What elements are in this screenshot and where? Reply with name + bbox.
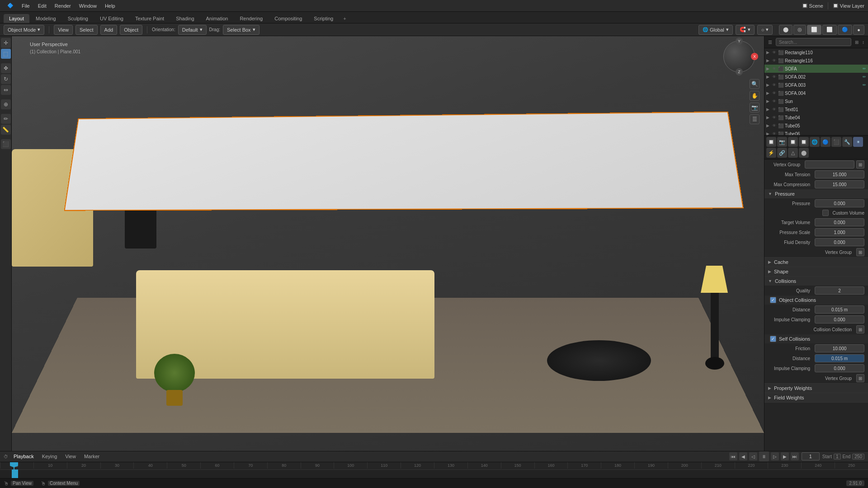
oc-impulse-value[interactable]: 0.000 [815, 315, 864, 324]
jump-end-button[interactable]: ⏭ [791, 452, 799, 460]
object-collisions-header[interactable]: Object Collisions [764, 296, 868, 305]
overlay-button[interactable]: ⬤ [779, 25, 793, 35]
play-button[interactable]: ▷ [771, 452, 779, 460]
outliner-item[interactable]: ▶ 👁 ⬛ SOFA.003 ✏ [764, 81, 868, 89]
scene-data-props-icon[interactable]: 🌐 [810, 137, 820, 147]
object-list-icon[interactable]: ☰ [750, 114, 760, 124]
shape-section-header[interactable]: ▶ Shape [764, 267, 868, 276]
tab-modeling[interactable]: Modeling [30, 14, 61, 23]
select-box-dropdown[interactable]: Select Box ▾ [223, 25, 259, 35]
blender-logo-button[interactable]: 🔷 [4, 1, 17, 10]
self-collisions-header[interactable]: Self Collisions [764, 334, 868, 343]
max-compression-value[interactable]: 15.000 [815, 180, 864, 188]
render-props-icon[interactable]: 📷 [777, 137, 787, 147]
timeline-ruler[interactable]: 1102030405060708090100110120130140150160… [0, 462, 868, 478]
stop-play-button[interactable]: ⏸ [759, 451, 769, 461]
cursor-tool[interactable]: ✛ [1, 38, 11, 48]
transform-tool[interactable]: ⊕ [1, 99, 11, 109]
oc-collection-icon[interactable]: ⊞ [856, 325, 864, 333]
timeline-tab-keying[interactable]: Keying [39, 453, 60, 460]
material-props-icon[interactable]: ⬤ [799, 148, 809, 158]
pressure-value[interactable]: 0.000 [815, 199, 864, 207]
vertex-group-icon-btn[interactable]: ⊞ [856, 160, 864, 169]
constraints-props-icon[interactable]: 🔗 [777, 148, 787, 158]
reverse-play-button[interactable]: ◁ [749, 452, 757, 460]
orientation-dropdown[interactable]: Default ▾ [178, 25, 207, 35]
timeline-tab-playback[interactable]: Playback [11, 453, 37, 460]
current-frame-display[interactable]: 1 [802, 452, 820, 460]
material-view-button[interactable]: ⬜ [822, 25, 837, 35]
select-menu-button[interactable]: Select [75, 25, 98, 35]
add-workspace-button[interactable]: + [340, 14, 349, 23]
collisions-section-header[interactable]: ▼ Collisions [764, 277, 868, 286]
camera-icon[interactable]: 📷 [750, 103, 760, 113]
tab-animation[interactable]: Animation [201, 14, 234, 23]
oc-distance-value[interactable]: 0.015 m [815, 305, 864, 314]
solid-view-button[interactable]: ⬜ [807, 25, 821, 35]
add-menu-button[interactable]: Add [100, 25, 118, 35]
edit-menu[interactable]: Edit [34, 2, 50, 10]
outliner-filter-icon[interactable]: ⊞ [855, 40, 859, 45]
self-collisions-checkbox[interactable] [770, 336, 776, 342]
outliner-item[interactable]: ▶ 👁 ⬛ Tube05 [764, 122, 868, 130]
rotate-tool[interactable]: ↻ [1, 74, 11, 84]
custom-volume-checkbox[interactable] [822, 210, 829, 216]
object-data-props-icon[interactable]: △ [788, 148, 798, 158]
tab-compositing[interactable]: Compositing [269, 14, 307, 23]
measure-tool[interactable]: 📏 [1, 125, 11, 135]
eevee-view-button[interactable]: ● [853, 25, 864, 35]
pressure-scale-value[interactable]: 1.000 [815, 228, 864, 236]
timeline-tab-marker[interactable]: Marker [81, 453, 102, 460]
end-frame-input[interactable]: 250 [852, 454, 864, 460]
target-volume-value[interactable]: 0.000 [815, 218, 864, 226]
snap-button[interactable]: 🧲▾ [736, 25, 755, 35]
view-menu-button[interactable]: View [54, 25, 73, 35]
max-tension-value[interactable]: 15.000 [815, 170, 864, 178]
transform-global-dropdown[interactable]: 🌐 Global ▾ [698, 25, 733, 35]
modifiers-props-icon[interactable]: 🔧 [842, 137, 852, 147]
pressure-section-header[interactable]: ▼ Pressure [764, 189, 868, 198]
next-keyframe-button[interactable]: ▶ [781, 452, 789, 460]
sc-impulse-value[interactable]: 0.000 [815, 364, 864, 372]
tab-shading[interactable]: Shading [170, 14, 199, 23]
output-props-icon[interactable]: 🔲 [788, 137, 798, 147]
particles-props-icon[interactable]: ✴ [853, 137, 863, 147]
nav-z-axis[interactable]: Z [736, 68, 743, 75]
vertex-group-value[interactable] [805, 160, 854, 169]
object-mode-dropdown[interactable]: Object Mode ▾ [4, 25, 44, 35]
cache-section-header[interactable]: ▶ Cache [764, 258, 868, 267]
file-menu[interactable]: File [18, 2, 33, 10]
zoom-in-icon[interactable]: 🔍 [750, 79, 760, 89]
move-tool[interactable]: ✥ [1, 63, 11, 73]
object-props-icon[interactable]: ⬛ [831, 137, 841, 147]
scene-props-icon[interactable]: 🔲 [766, 137, 776, 147]
world-props-icon[interactable]: 🔵 [821, 137, 830, 147]
rendered-view-button[interactable]: 🔵 [838, 25, 852, 35]
render-menu[interactable]: Render [51, 2, 75, 10]
select-tool[interactable]: ⬚ [1, 49, 11, 59]
outliner-item[interactable]: ▶ 👁 ⬛ Rectangle116 [764, 56, 868, 65]
outliner-item[interactable]: ▶ 👁 ⬛ Sun [764, 97, 868, 105]
quality-value[interactable]: 2 [815, 286, 864, 295]
timeline-tab-view[interactable]: View [62, 453, 79, 460]
outliner-item[interactable]: ▶ 👁 ⬛ Tube06 [764, 130, 868, 136]
tab-texture-paint[interactable]: Texture Paint [130, 14, 170, 23]
proportional-edit-button[interactable]: ○▾ [757, 25, 773, 35]
outliner-item[interactable]: ▶ 👁 ⬛ SOFA.002 ✏ [764, 73, 868, 81]
tab-sculpting[interactable]: Sculpting [62, 14, 94, 23]
pan-icon[interactable]: ✋ [750, 91, 760, 101]
start-frame-input[interactable]: 1 [834, 454, 841, 460]
tab-scripting[interactable]: Scripting [308, 14, 339, 23]
add-cube-tool[interactable]: ⬛ [1, 139, 11, 149]
sc-distance-value[interactable]: 0.015 m [815, 354, 864, 362]
physics-props-icon[interactable]: ⚡ [766, 148, 776, 158]
tab-layout[interactable]: Layout [4, 14, 29, 23]
jump-start-button[interactable]: ⏮ [729, 452, 737, 460]
prev-keyframe-button[interactable]: ◀ [739, 452, 747, 460]
object-collisions-checkbox[interactable] [770, 297, 776, 303]
nav-x-axis[interactable]: X [751, 53, 758, 60]
scale-tool[interactable]: ⇔ [1, 85, 11, 95]
outliner-item[interactable]: ▶ 👁 ⬛ SOFA.004 [764, 89, 868, 97]
outliner-sort-icon[interactable]: ↕ [862, 40, 864, 45]
sc-friction-value[interactable]: 10.000 [815, 344, 864, 352]
